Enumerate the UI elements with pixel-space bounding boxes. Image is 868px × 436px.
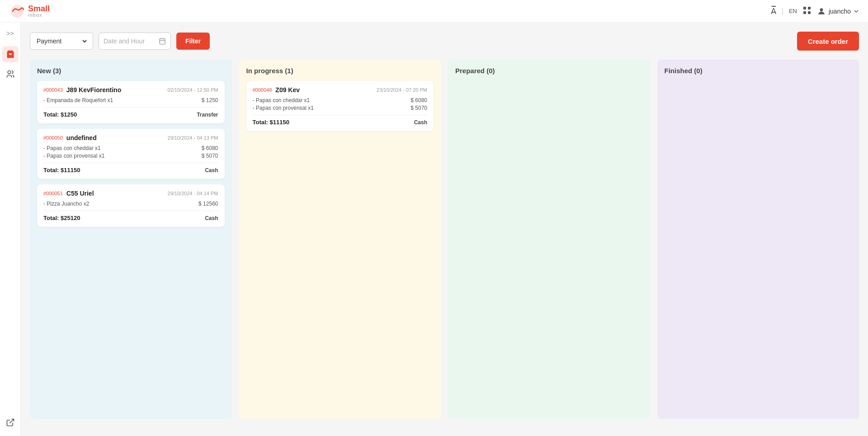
- card-item-label: - Papas con cheddar x1: [43, 145, 101, 151]
- card-item-price: $ 5070: [410, 105, 427, 111]
- payment-select[interactable]: Payment Cash Transfer: [30, 33, 93, 50]
- card-item-label: - Papas con provensal x1: [253, 105, 314, 111]
- order-card[interactable]: #000050undefined29/10/2024 - 04:13 PM- P…: [37, 129, 225, 179]
- card-item: - Papas con cheddar x1$ 6080: [43, 145, 218, 151]
- card-item: - Empanada de Roquefort x1$ 1250: [43, 97, 218, 103]
- card-total: Total: $1250: [43, 111, 77, 118]
- sidebar-bottom: [2, 414, 19, 431]
- svg-point-5: [8, 71, 11, 74]
- card-item-price: $ 1250: [202, 97, 218, 103]
- card-item-price: $ 5070: [202, 153, 218, 159]
- card-footer: Total: $11150Cash: [43, 163, 218, 173]
- column-new: New (3)#000043J89 KevFiorentino02/10/202…: [30, 60, 232, 419]
- card-name: Z09 Kev: [275, 86, 300, 94]
- card-header: #000051C55 Uriel29/10/2024 - 04:14 PM: [43, 190, 218, 197]
- card-item-label: - Pizza Juancho x2: [43, 201, 89, 207]
- payment-dropdown[interactable]: Payment Cash Transfer: [35, 37, 88, 45]
- kanban-board: New (3)#000043J89 KevFiorentino02/10/202…: [30, 60, 859, 419]
- calendar-icon: [159, 38, 166, 45]
- column-finished: Finished (0): [657, 60, 859, 419]
- card-date: 02/10/2024 - 12:50 PM: [168, 87, 218, 93]
- language-label[interactable]: EN: [789, 8, 797, 14]
- users-icon: [6, 70, 15, 79]
- username-label: juancho: [829, 8, 851, 15]
- external-link-icon: [6, 418, 15, 427]
- card-header: #000043J89 KevFiorentino02/10/2024 - 12:…: [43, 86, 218, 94]
- card-item: - Pizza Juancho x2$ 12560: [43, 201, 218, 207]
- sidebar-item-orders[interactable]: [2, 46, 19, 62]
- user-menu[interactable]: juancho: [817, 7, 859, 16]
- order-card[interactable]: #000048Z09 Kev23/10/2024 - 07:20 PM- Pap…: [246, 81, 434, 131]
- card-payment: Cash: [205, 167, 218, 173]
- column-title-in-progress: In progress (1): [246, 67, 434, 75]
- card-id: #000048: [253, 87, 272, 93]
- logo-name: Small: [28, 5, 50, 13]
- card-total: Total: $11150: [253, 119, 289, 126]
- card-name: C55 Uriel: [66, 190, 94, 197]
- header-divider: |: [782, 7, 783, 15]
- sidebar: >>: [0, 23, 21, 436]
- order-card[interactable]: #000043J89 KevFiorentino02/10/2024 - 12:…: [37, 81, 225, 123]
- sidebar-item-users[interactable]: [2, 66, 19, 82]
- user-icon: [817, 7, 826, 16]
- svg-rect-7: [160, 39, 165, 44]
- card-date: 29/10/2024 - 04:13 PM: [168, 135, 218, 141]
- card-item-price: $ 6080: [410, 97, 427, 103]
- card-item: - Papas con provensal x1$ 5070: [43, 153, 218, 159]
- logo-sub: inbox: [28, 13, 50, 18]
- card-payment: Cash: [414, 119, 427, 126]
- sidebar-item-external[interactable]: [2, 414, 19, 431]
- column-title-new: New (3): [37, 67, 225, 75]
- card-id-name: #000043J89 KevFiorentino: [43, 86, 121, 94]
- card-payment: Cash: [205, 215, 218, 221]
- filter-button[interactable]: Filter: [176, 33, 210, 50]
- order-card[interactable]: #000051C55 Uriel29/10/2024 - 04:14 PM- P…: [37, 184, 225, 227]
- card-date: 23/10/2024 - 07:20 PM: [377, 87, 427, 93]
- card-item: - Papas con cheddar x1$ 6080: [253, 97, 428, 103]
- card-footer: Total: $11150Cash: [253, 115, 428, 126]
- svg-rect-0: [803, 7, 806, 9]
- chevron-down-icon: [854, 9, 859, 14]
- sidebar-toggle[interactable]: >>: [5, 28, 15, 39]
- svg-point-4: [820, 8, 823, 11]
- card-payment: Transfer: [197, 112, 218, 118]
- card-header: #000048Z09 Kev23/10/2024 - 07:20 PM: [253, 86, 428, 94]
- create-order-button[interactable]: Create order: [797, 32, 859, 51]
- bag-icon: [6, 50, 15, 59]
- main-content: Payment Cash Transfer Date and Hour Filt…: [21, 23, 868, 436]
- logo-icon: [9, 3, 25, 19]
- toolbar: Payment Cash Transfer Date and Hour Filt…: [30, 32, 859, 51]
- svg-rect-3: [808, 11, 811, 14]
- card-footer: Total: $25120Cash: [43, 211, 218, 221]
- card-item-label: - Papas con cheddar x1: [253, 97, 310, 103]
- card-item-price: $ 6080: [202, 145, 218, 151]
- date-input[interactable]: Date and Hour: [99, 33, 171, 50]
- card-total: Total: $11150: [43, 167, 80, 173]
- card-item-label: - Papas con provensal x1: [43, 153, 104, 159]
- svg-rect-1: [808, 7, 811, 9]
- card-id-name: #000048Z09 Kev: [253, 86, 300, 94]
- card-item-price: $ 12560: [198, 201, 218, 207]
- card-id: #000050: [43, 135, 63, 141]
- header-right: A̅ | EN juancho: [771, 6, 859, 17]
- grid-icon[interactable]: [802, 6, 811, 17]
- card-footer: Total: $1250Transfer: [43, 107, 218, 118]
- card-id: #000051: [43, 191, 63, 196]
- column-title-finished: Finished (0): [665, 67, 852, 75]
- card-id-name: #000051C55 Uriel: [43, 190, 94, 197]
- translate-icon[interactable]: A̅: [771, 6, 776, 16]
- column-prepared: Prepared (0): [448, 60, 650, 419]
- svg-line-6: [9, 419, 14, 423]
- card-id: #000043: [43, 87, 63, 93]
- date-placeholder: Date and Hour: [104, 38, 145, 45]
- card-id-name: #000050undefined: [43, 134, 97, 141]
- card-item: - Papas con provensal x1$ 5070: [253, 105, 428, 111]
- column-title-prepared: Prepared (0): [455, 67, 643, 75]
- card-total: Total: $25120: [43, 215, 80, 221]
- svg-rect-2: [803, 11, 806, 14]
- card-date: 29/10/2024 - 04:14 PM: [168, 191, 218, 196]
- logo: Small inbox: [9, 3, 50, 19]
- column-in-progress: In progress (1)#000048Z09 Kev23/10/2024 …: [239, 60, 441, 419]
- card-header: #000050undefined29/10/2024 - 04:13 PM: [43, 134, 218, 141]
- logo-text: Small inbox: [28, 5, 50, 18]
